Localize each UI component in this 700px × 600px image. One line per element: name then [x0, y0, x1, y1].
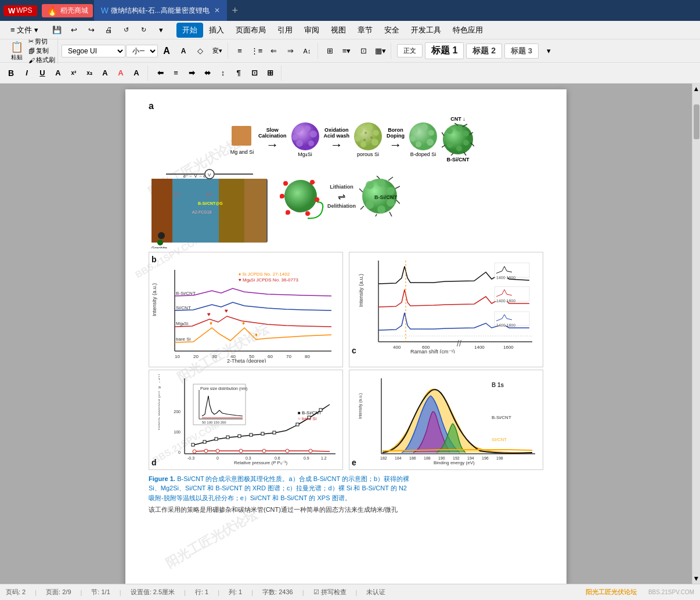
style-h2[interactable]: 标题 2 — [466, 44, 502, 59]
font-color2-button[interactable]: A — [129, 66, 144, 81]
style-h3[interactable]: 标题 3 — [504, 44, 539, 59]
insert-table-icon[interactable]: ⊞ — [322, 43, 338, 59]
justify-icon[interactable]: ⬌ — [200, 66, 215, 81]
paste-button[interactable]: 📋 粘贴 — [6, 39, 28, 63]
line-spacing-icon[interactable]: ↕ — [215, 66, 230, 81]
copy-button[interactable]: 🗐复制 — [28, 46, 55, 55]
svg-text:B-Si/CNT: B-Si/CNT — [374, 194, 397, 200]
bullet-list-icon[interactable]: ≡ — [232, 43, 248, 59]
menu-layout[interactable]: 页面布局 — [230, 23, 272, 38]
scroll-down-icon[interactable]: ▼ — [693, 574, 700, 583]
tab-document[interactable]: W 微纳结构硅-石...高能量密度锂电 ✕ — [94, 0, 227, 21]
menu-feature[interactable]: 特色应用 — [447, 23, 489, 38]
font-family-selector[interactable]: Segoe UI — [62, 45, 125, 57]
wps-logo[interactable]: W WPS — [3, 5, 37, 16]
menu-review[interactable]: 审阅 — [298, 23, 325, 38]
b-si-cnt-final-svg: B-Si/CNT — [359, 176, 400, 216]
e-cluster-diagram: e⁻ e⁻ e⁻ e⁻ e⁻ e⁻ Li — [277, 173, 400, 219]
superscript-button[interactable]: x² — [66, 66, 81, 81]
menu-view[interactable]: 视图 — [325, 23, 352, 38]
figure-container: a Mg and Si — [149, 101, 543, 515]
fig-b-xrd: b Intensity (a.u.) 10 20 30 40 — [149, 252, 343, 367]
bold-button[interactable]: B — [3, 66, 19, 81]
doc-content[interactable]: 阳光工匠光伏论坛 BBS.21SPV.COM 阳光工匠光伏论坛 BBS.21SP… — [0, 84, 692, 584]
status-spell[interactable]: ☑ 拼写检查 — [313, 588, 347, 597]
svg-text:■ B-Si/CNT: ■ B-Si/CNT — [298, 410, 322, 415]
undo2-icon[interactable]: ↺ — [118, 22, 135, 38]
style-h1[interactable]: 标题 1 — [425, 42, 464, 59]
font-increase-icon[interactable]: A — [158, 43, 175, 59]
format-brush-button[interactable]: 🖌格式刷 — [28, 56, 55, 64]
menu-ref[interactable]: 引用 — [272, 23, 298, 38]
change-case-icon[interactable]: 変▾ — [209, 43, 225, 59]
scroll-thumb[interactable] — [694, 104, 699, 139]
redo2-icon[interactable]: ↻ — [136, 22, 152, 38]
svg-text:184: 184 — [395, 456, 402, 460]
status-wordcount: 字数: 2436 — [262, 588, 293, 597]
cut-button[interactable]: ✂剪切 — [28, 37, 55, 46]
arrow-boron: Boron Doping → — [387, 127, 405, 151]
menu-dev[interactable]: 开发工具 — [405, 23, 447, 38]
sort-icon[interactable]: A↕ — [299, 43, 315, 59]
italic-button[interactable]: I — [19, 66, 34, 81]
underline-button[interactable]: U — [35, 66, 50, 81]
svg-text:30: 30 — [212, 354, 217, 359]
align-right-icon[interactable]: ➡ — [184, 66, 199, 81]
more-icon[interactable]: ▾ — [153, 22, 169, 38]
font-decrease-icon[interactable]: A — [175, 43, 192, 59]
quick-save-icon[interactable]: 💾 — [49, 22, 65, 38]
svg-rect-2 — [232, 135, 242, 146]
menu-insert[interactable]: 插入 — [203, 23, 230, 38]
more-styles-icon[interactable]: ▾ — [541, 43, 557, 59]
number-list-icon[interactable]: ⋮≡ — [248, 43, 265, 59]
clear-format-icon[interactable]: ◇ — [192, 43, 208, 59]
svg-text:192: 192 — [453, 456, 460, 460]
indent-decrease-icon[interactable]: ⇐ — [265, 43, 282, 59]
svg-line-80 — [376, 214, 377, 216]
menu-security[interactable]: 安全 — [378, 23, 405, 38]
battery-svg: Graphite B-Si/CNT B-Si/CNT@G A2-FCG18 Li… — [149, 167, 270, 248]
print-icon[interactable]: 🖨 — [101, 22, 117, 38]
svg-text:e⁻: e⁻ — [311, 181, 316, 185]
indent-increase-icon[interactable]: ⇒ — [282, 43, 298, 59]
svg-text:0.6: 0.6 — [275, 456, 280, 460]
highlight-button[interactable]: A — [98, 66, 113, 81]
svg-text:B 1s: B 1s — [492, 382, 504, 388]
svg-rect-1 — [241, 126, 251, 136]
tab-close-icon[interactable]: ✕ — [214, 6, 220, 15]
border-btn-icon[interactable]: ⊡ — [247, 66, 262, 81]
scroll-up-icon[interactable]: ▲ — [693, 85, 700, 93]
redo-icon[interactable]: ↪ — [84, 22, 100, 38]
align-center-icon[interactable]: ≡ — [168, 66, 183, 81]
subscript-button[interactable]: x₂ — [82, 66, 97, 81]
svg-text:Li⁺: Li⁺ — [207, 192, 212, 197]
shading-icon[interactable]: ▦▾ — [372, 43, 388, 59]
align-left-icon[interactable]: ⬅ — [153, 66, 168, 81]
new-tab-button[interactable]: + — [227, 2, 243, 19]
svg-text:198: 198 — [496, 456, 503, 460]
svg-point-42 — [447, 142, 453, 148]
border-icon[interactable]: ⊡ — [355, 43, 371, 59]
vertical-scrollbar[interactable]: ▲ ▼ — [692, 84, 700, 584]
svg-text:186: 186 — [409, 456, 416, 460]
strikethrough-button[interactable]: A — [50, 66, 66, 81]
tab-huoke[interactable]: 🔥 稻壳商城 — [42, 4, 93, 17]
svg-line-75 — [377, 176, 380, 179]
svg-text:80: 80 — [305, 354, 310, 359]
font-color-button[interactable]: A — [113, 66, 128, 81]
menu-file[interactable]: ≡ 文件 ▾ — [5, 23, 44, 38]
svg-point-17 — [355, 136, 360, 142]
undo-icon[interactable]: ↩ — [66, 22, 82, 38]
svg-point-12 — [357, 128, 363, 133]
svg-point-37 — [447, 128, 453, 134]
paragraph-icon[interactable]: ¶ — [231, 66, 246, 81]
menu-chapter[interactable]: 章节 — [352, 23, 378, 38]
col-btn-icon[interactable]: ⊞ — [262, 66, 277, 81]
menu-begin[interactable]: 开始 — [176, 23, 203, 38]
align-icon[interactable]: ≡▾ — [338, 43, 355, 59]
svg-text:60: 60 — [268, 354, 273, 359]
font-size-selector[interactable]: 小一 — [126, 45, 158, 57]
list-group: ≡ ⋮≡ ⇐ ⇒ A↕ — [229, 43, 318, 59]
style-normal[interactable]: 正文 — [397, 44, 423, 57]
svg-text:1400    1600: 1400 1600 — [496, 323, 515, 327]
